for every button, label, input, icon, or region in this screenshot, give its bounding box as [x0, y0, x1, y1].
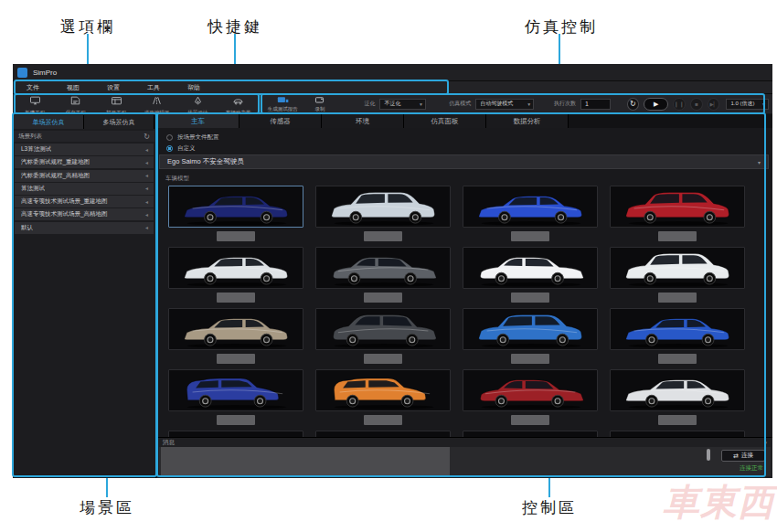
menu-item-帮助[interactable]: 帮助 — [174, 83, 214, 92]
vehicle-model-card[interactable] — [610, 247, 745, 308]
vehicle-model-card[interactable] — [168, 186, 303, 247]
record-button[interactable]: 录制 — [307, 96, 332, 112]
toolbar-button[interactable]: 新建工程 — [15, 92, 55, 116]
tab-数据分析[interactable]: 数据分析 — [486, 114, 569, 128]
vehicle-name-tag — [217, 354, 255, 364]
scene-list: L3算法测试◄汽标委测试规程_重建地图◄汽标委测试规程_高精地图◄算法测试◄高速… — [15, 144, 154, 235]
tab-主车[interactable]: 主车 — [157, 114, 239, 128]
vehicle-image — [463, 247, 598, 289]
tab-环境[interactable]: 环境 — [322, 114, 404, 128]
menu-item-工具[interactable]: 工具 — [133, 83, 174, 92]
vehicle-image — [610, 308, 745, 350]
play-button[interactable]: ▶ — [644, 98, 668, 111]
sidebar-tab[interactable]: 单场景仿真 — [14, 115, 84, 129]
scene-list-item[interactable]: 默认◄ — [15, 222, 154, 234]
scene-sidebar: 单场景仿真多场景仿真 场景列表 ↻ L3算法测试◄汽标委测试规程_重建地图◄汽标… — [13, 113, 156, 478]
vehicle-name-tag — [364, 293, 402, 303]
refresh-icon[interactable]: ↻ — [144, 133, 150, 141]
run-count-label: 执行次数 — [554, 100, 576, 108]
menu-item-视图[interactable]: 视图 — [53, 83, 93, 92]
vehicle-model-card[interactable] — [315, 186, 451, 247]
chevron-down-icon: ▾ — [758, 159, 761, 165]
vehicle-model-card[interactable] — [463, 247, 598, 308]
run-count-input[interactable]: 1 — [580, 99, 611, 110]
generate-report-button[interactable]: 生成测试报告 — [262, 96, 303, 112]
scene-list-item[interactable]: L3算法测试◄ — [15, 144, 154, 155]
pause-icon: ❙❙ — [674, 101, 685, 107]
chevron-left-icon: ◄ — [144, 186, 149, 191]
vehicle-model-card[interactable] — [463, 369, 598, 431]
vehicle-model-card[interactable] — [168, 369, 303, 431]
toolbar-button[interactable]: 场景设计 — [177, 92, 218, 116]
vehicle-model-card[interactable] — [610, 186, 745, 247]
scene-list-item[interactable]: 算法测试◄ — [15, 183, 154, 195]
toolbar-button[interactable]: 打开工程 — [96, 92, 136, 116]
radio-icon — [166, 145, 173, 152]
sidebar-tab[interactable]: 多场景仿真 — [84, 115, 154, 129]
radio-scene-file-config[interactable]: 按场景文件配置 — [166, 133, 219, 142]
pause-button[interactable]: ❙❙ — [673, 98, 686, 111]
toolbar: 新建工程保存工程打开工程道路编辑器场景设计车辆动力学 生成测试报告 录制 泛化 … — [13, 93, 772, 113]
sim-mode-dropdown[interactable]: 自动驾驶模式▼ — [475, 99, 534, 110]
vehicle-model-card[interactable] — [315, 308, 451, 369]
vehicle-model-card[interactable] — [168, 247, 303, 308]
message-panel-title: 消息 — [163, 439, 175, 447]
toolbar-button[interactable]: 车辆动力学 — [218, 92, 259, 116]
vehicle-model-card[interactable] — [463, 308, 598, 369]
generate-report-label: 生成测试报告 — [268, 106, 298, 112]
scene-list-item[interactable]: 高速专项技术测试场景_高精地图◄ — [15, 208, 154, 220]
vehicle-image — [315, 247, 451, 289]
connect-button[interactable]: ⇄ 连接 — [721, 450, 765, 462]
design-icon — [192, 92, 204, 109]
generalize-label: 泛化 — [364, 100, 375, 108]
chevron-left-icon: ◄ — [144, 160, 149, 165]
chevron-down-icon: ▼ — [419, 101, 423, 107]
toolbar-button[interactable]: 保存工程 — [56, 92, 96, 116]
vehicle-name-tag — [658, 293, 697, 303]
scene-list-item[interactable]: 高速专项技术测试场景_重建地图◄ — [15, 196, 154, 207]
chevron-left-icon: ◄ — [144, 225, 149, 230]
radio-icon — [166, 134, 173, 141]
tab-传感器[interactable]: 传感器 — [239, 114, 322, 128]
radio-custom[interactable]: 自定义 — [166, 144, 196, 153]
stop-button[interactable]: ■ — [690, 98, 703, 111]
vehicle-name-tag — [511, 415, 549, 425]
vehicle-model-card[interactable] — [610, 308, 745, 369]
simpro-window: SimPro 文件视图设置工具帮助 新建工程保存工程打开工程道路编辑器场景设计车… — [13, 64, 772, 478]
scrollbar-thumb[interactable] — [707, 449, 710, 461]
ego-vehicle-row[interactable]: Ego Saimo 不安全驾驶员 ▾ — [159, 154, 769, 169]
vehicle-model-card[interactable] — [463, 186, 598, 247]
play-icon: ▶ — [654, 101, 658, 108]
vehicle-model-card[interactable] — [315, 247, 451, 308]
chevron-left-icon: ◄ — [144, 173, 149, 178]
tab-仿真面板[interactable]: 仿真面板 — [404, 114, 486, 128]
control-area: 主车传感器环境仿真面板数据分析 按场景文件配置 自定义 Ego Saimo 不安… — [157, 113, 772, 478]
sim-mode-label: 仿真模式 — [449, 100, 471, 108]
vehicle-name-tag — [658, 354, 697, 364]
car-icon — [232, 92, 244, 109]
scene-list-item[interactable]: 汽标委测试规程_重建地图◄ — [15, 156, 154, 168]
message-body: ⇄ 连接 连接正常 — [159, 447, 771, 476]
vehicle-name-tag — [511, 231, 549, 241]
stop-icon: ■ — [695, 101, 698, 107]
vehicle-model-card[interactable] — [315, 369, 451, 431]
step-forward-button[interactable]: ▶▏ — [708, 98, 720, 111]
sync-icon: ⇄ — [733, 452, 739, 460]
menu-item-设置[interactable]: 设置 — [93, 83, 133, 92]
vehicle-name-tag — [658, 415, 697, 425]
chevron-down-icon[interactable]: ▾ — [764, 440, 767, 445]
vehicle-model-card[interactable] — [610, 369, 745, 431]
vehicle-model-card[interactable] — [168, 308, 303, 369]
toolbar-button[interactable]: 道路编辑器 — [137, 92, 177, 116]
menu-item-文件[interactable]: 文件 — [13, 83, 53, 92]
reset-button[interactable]: ↻ — [627, 98, 640, 111]
speed-dropdown[interactable]: 1.0 (倍速)▼ — [726, 99, 769, 110]
main-tabs: 主车传感器环境仿真面板数据分析 — [157, 114, 772, 128]
scene-list-item[interactable]: 汽标委测试规程_高精地图◄ — [15, 170, 154, 182]
scene-list-title: 场景列表 — [18, 133, 42, 141]
generalize-dropdown[interactable]: 不泛化▼ — [379, 99, 425, 110]
record-label: 录制 — [314, 106, 325, 112]
vehicle-image — [610, 247, 745, 289]
vehicle-image — [315, 369, 451, 411]
step-forward-icon: ▶▏ — [709, 101, 717, 107]
